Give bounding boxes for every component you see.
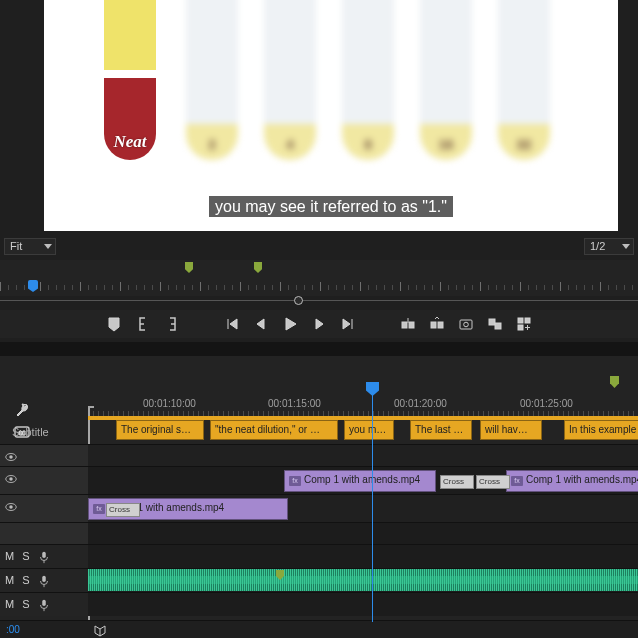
track-lane-a3[interactable] (88, 592, 638, 616)
ruler-tick (368, 285, 369, 290)
track-header-v3[interactable] (0, 444, 88, 466)
ruler-tick (80, 282, 81, 291)
ruler-tick (208, 285, 209, 290)
ruler-tick (464, 285, 465, 290)
test-tube: 2 (186, 0, 238, 160)
playback-resolution-select[interactable]: 1/2 (584, 238, 634, 255)
timeline-playhead[interactable] (372, 382, 373, 622)
mic-icon[interactable] (37, 574, 51, 588)
ruler-tick (328, 285, 329, 290)
mini-playhead[interactable] (28, 280, 38, 292)
wrench-icon[interactable] (14, 402, 30, 418)
ruler-tick (600, 282, 601, 291)
track-header-v2[interactable] (0, 466, 88, 494)
mute-button[interactable]: M (5, 598, 14, 610)
svg-rect-2 (431, 322, 436, 328)
sequence-marker[interactable] (254, 262, 262, 273)
eye-icon[interactable] (4, 450, 18, 464)
svg-point-5 (464, 322, 469, 327)
footer-timecode[interactable]: :00 (6, 624, 20, 635)
step-fwd-icon[interactable] (311, 316, 327, 332)
ruler-timecode: 00:01:20:00 (394, 398, 447, 409)
mute-button[interactable]: M (5, 574, 14, 586)
mute-button[interactable]: M (5, 550, 14, 562)
export-frame-icon[interactable] (458, 316, 474, 332)
eye-icon[interactable] (4, 500, 18, 514)
track-lane-a1[interactable] (88, 544, 638, 568)
ruler-tick (8, 285, 9, 290)
track-lane-v3[interactable] (88, 444, 638, 466)
monitor-marker-strip[interactable] (0, 260, 638, 274)
transition-clip[interactable]: Cross (476, 475, 510, 489)
eye-icon[interactable] (4, 472, 18, 486)
button-editor-icon[interactable] (516, 316, 532, 332)
track-header-a2[interactable]: M S (0, 568, 88, 592)
ruler-tick (280, 282, 281, 291)
track-lane-a2[interactable] (88, 568, 638, 592)
track-lane-gap (88, 522, 638, 544)
step-back-icon[interactable] (253, 316, 269, 332)
tube-label: 32 (498, 137, 550, 152)
transition-clip[interactable]: Cross (440, 475, 474, 489)
solo-button[interactable]: S (22, 550, 29, 562)
subtitle-clip[interactable]: The last … (410, 420, 472, 440)
scrub-handle[interactable] (294, 296, 303, 305)
snap-icon[interactable] (92, 623, 108, 638)
ruler-tick (336, 285, 337, 290)
subtitle-clip[interactable]: In this example (564, 420, 638, 440)
timeline-footer: :00 (0, 620, 638, 638)
ruler-tick (584, 285, 585, 290)
subtitle-clip[interactable]: "the neat dilution," or … (210, 420, 338, 440)
video-clip[interactable]: fxComp 1 with amends.mp4 (506, 470, 638, 492)
video-clip[interactable]: fxComp 1 with amends.mp4 (284, 470, 436, 492)
tube-label: 4 (264, 137, 316, 152)
ruler-tick (480, 282, 481, 291)
solo-button[interactable]: S (22, 598, 29, 610)
timeline-ruler[interactable]: 00:01:10:0000:01:15:0000:01:20:0000:01:2… (88, 376, 638, 416)
sequence-marker[interactable] (610, 376, 619, 388)
goto-out-icon[interactable] (340, 316, 356, 332)
proxy-toggle-icon[interactable] (487, 316, 503, 332)
track-header-a1[interactable]: M S (0, 544, 88, 568)
in-bracket-icon[interactable] (135, 316, 151, 332)
ruler-tick (312, 285, 313, 290)
ruler-tick (248, 285, 249, 290)
track-header-v1[interactable] (0, 494, 88, 522)
mic-icon[interactable] (37, 598, 51, 612)
marker-icon[interactable] (106, 316, 122, 332)
subtitle-clip[interactable]: will hav… (480, 420, 542, 440)
program-video[interactable]: Neat2481632 you may see it referred to a… (44, 0, 618, 231)
ruler-timecode: 00:01:25:00 (520, 398, 573, 409)
lift-icon[interactable] (400, 316, 416, 332)
solo-button[interactable]: S (22, 574, 29, 586)
out-bracket-icon[interactable] (164, 316, 180, 332)
play-icon[interactable] (282, 316, 298, 332)
subtitle-clip[interactable]: The original s… (116, 420, 204, 440)
zoom-fit-select[interactable]: Fit (4, 238, 56, 255)
subtitle-clip[interactable]: you m… (344, 420, 394, 440)
audio-waveform[interactable] (88, 569, 638, 591)
ruler-tick (528, 285, 529, 290)
ruler-tick (544, 285, 545, 290)
track-header-gap (0, 522, 88, 544)
ruler-tick (128, 285, 129, 290)
transition-clip[interactable]: Cross (106, 503, 140, 517)
goto-in-icon[interactable] (224, 316, 240, 332)
ruler-tick (72, 285, 73, 290)
sequence-marker[interactable] (185, 262, 193, 273)
svg-rect-9 (525, 318, 530, 323)
track-lane-v1[interactable]: fxComp 1 with amends.mp4Cross (88, 494, 638, 522)
ruler-tick (64, 285, 65, 290)
mic-icon[interactable] (37, 550, 51, 564)
monitor-time-ruler[interactable] (0, 274, 638, 296)
track-header-a3[interactable]: M S (0, 592, 88, 616)
ruler-tick (48, 285, 49, 290)
ruler-tick (504, 285, 505, 290)
track-lane-v2[interactable]: fxComp 1 with amends.mp4fxComp 1 with am… (88, 466, 638, 494)
ruler-tick (96, 285, 97, 290)
ruler-tick (192, 285, 193, 290)
ruler-tick (120, 282, 121, 291)
panel-divider[interactable] (0, 342, 638, 356)
svg-rect-4 (460, 320, 472, 329)
extract-icon[interactable] (429, 316, 445, 332)
